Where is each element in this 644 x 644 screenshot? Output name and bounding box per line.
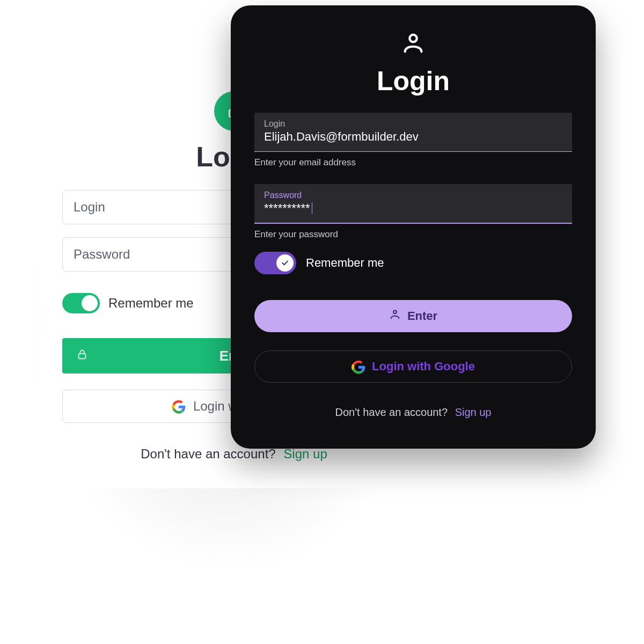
login-input[interactable]: Login Elijah.Davis@formbuilder.dev [254,113,572,152]
google-icon [352,359,365,374]
remember-toggle[interactable] [62,293,100,313]
login-card-dark: Login Login Elijah.Davis@formbuilder.dev… [231,5,596,449]
password-hint: Enter your password [254,229,572,240]
svg-point-3 [393,310,397,313]
login-hint: Enter your email address [254,157,572,168]
remember-label: Remember me [108,296,194,311]
enter-label: Enter [407,309,437,323]
login-placeholder: Login [74,200,105,215]
password-label: Password [264,191,562,200]
svg-rect-1 [79,354,86,358]
google-login-button[interactable]: Login with Google [254,350,572,383]
signup-row: Don't have an account? Sign up [254,406,572,419]
google-icon [172,399,186,414]
person-icon [401,31,426,58]
text-caret-icon [312,202,312,214]
password-input[interactable]: Password ********** [254,184,572,224]
login-value: Elijah.Davis@formbuilder.dev [264,130,562,144]
password-placeholder: Password [74,247,130,262]
signup-prompt: Don't have an account? [335,406,448,418]
login-label: Login [264,119,562,129]
signup-row: Don't have an account? Sign up [62,447,406,462]
toggle-knob [82,295,98,311]
check-icon [281,259,289,267]
signup-link[interactable]: Sign up [283,447,327,461]
enter-button[interactable]: Enter [254,300,572,332]
password-value: ********** [264,201,310,215]
google-label: Login with Google [372,360,475,374]
signup-prompt: Don't have an account? [141,447,275,461]
toggle-knob [276,254,294,272]
person-icon [389,309,401,324]
svg-point-2 [409,35,416,42]
signup-link[interactable]: Sign up [455,406,492,418]
remember-label: Remember me [306,256,384,270]
login-title: Login [254,65,572,97]
remember-toggle[interactable] [254,252,296,274]
